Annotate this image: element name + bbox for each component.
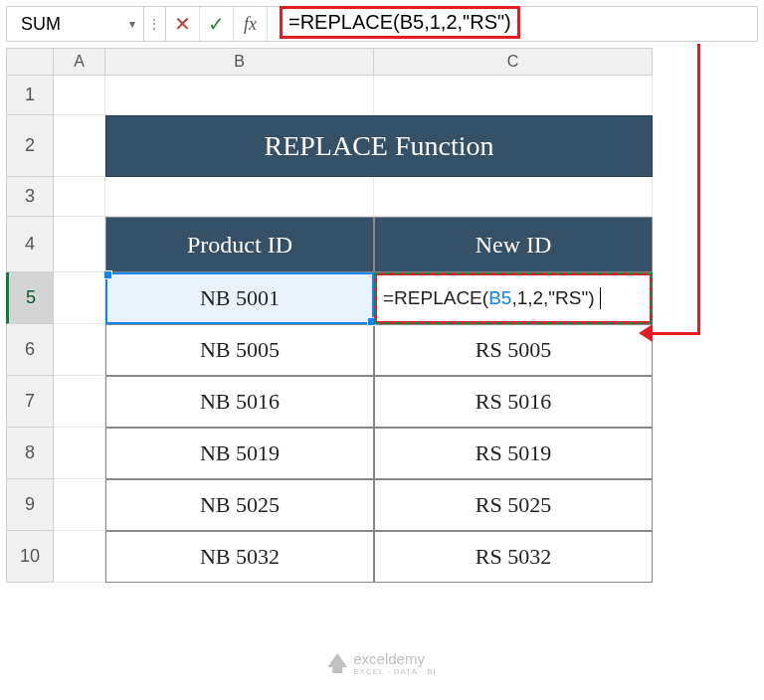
row-header-2[interactable]: 2 (6, 115, 54, 177)
row-header-8[interactable]: 8 (6, 428, 54, 479)
formula-ref: B5 (488, 287, 511, 309)
row-header-9[interactable]: 9 (6, 479, 54, 531)
col-header-b[interactable]: B (105, 48, 374, 76)
cell-c1[interactable] (374, 76, 653, 115)
cell-c10[interactable]: RS 5032 (374, 531, 653, 583)
row-header-10[interactable]: 10 (6, 531, 54, 583)
col-header-a[interactable]: A (54, 48, 105, 76)
watermark-logo-icon (327, 653, 347, 673)
enter-icon[interactable]: ✓ (200, 7, 234, 41)
row-header-5[interactable]: 5 (6, 272, 54, 324)
watermark-name: exceldemy (353, 650, 425, 667)
annotation-arrow (697, 44, 700, 332)
cell-a1[interactable] (54, 76, 105, 115)
formula-input[interactable]: =REPLACE(B5,1,2,"RS") (268, 8, 757, 41)
fx-icon[interactable]: fx (234, 7, 268, 41)
cell-c9[interactable]: RS 5025 (374, 479, 653, 531)
spreadsheet-grid: A B C 1 2 REPLACE Function 3 4 Product I… (6, 48, 758, 583)
formula-prefix: =REPLACE( (383, 287, 488, 309)
row-header-7[interactable]: 7 (6, 376, 54, 428)
row-header-6[interactable]: 6 (6, 324, 54, 376)
annotation-arrow (649, 332, 700, 335)
watermark-tagline: EXCEL · DATA · BI (353, 667, 437, 676)
cell-b5[interactable]: NB 5001 (105, 272, 374, 324)
formula-bar: SUM ▾ ⋮ ✕ ✓ fx =REPLACE(B5,1,2,"RS") (6, 6, 758, 42)
name-box[interactable]: SUM ▾ (7, 7, 144, 41)
cell-a8[interactable] (54, 428, 105, 479)
cell-c3[interactable] (374, 177, 653, 217)
cell-c5-editing[interactable]: =REPLACE(B5,1,2,"RS") (374, 272, 653, 324)
formula-text: =REPLACE(B5,1,2,"RS") (280, 6, 520, 39)
header-product-id[interactable]: Product ID (105, 217, 374, 272)
cell-a3[interactable] (54, 177, 105, 217)
cell-a7[interactable] (54, 376, 105, 428)
annotation-arrow-head (639, 324, 653, 342)
cell-a10[interactable] (54, 531, 105, 583)
cell-a4[interactable] (54, 217, 105, 272)
text-caret (595, 287, 601, 309)
cell-c7[interactable]: RS 5016 (374, 376, 653, 428)
row-header-1[interactable]: 1 (6, 76, 54, 115)
watermark: exceldemy EXCEL · DATA · BI (327, 650, 437, 676)
name-box-value: SUM (21, 14, 61, 35)
title-banner[interactable]: REPLACE Function (105, 115, 653, 177)
cell-b8[interactable]: NB 5019 (105, 428, 374, 479)
cell-b7[interactable]: NB 5016 (105, 376, 374, 428)
cell-b1[interactable] (105, 76, 374, 115)
row-header-3[interactable]: 3 (6, 177, 54, 217)
select-all-corner[interactable] (6, 48, 54, 76)
cell-b6[interactable]: NB 5005 (105, 324, 374, 376)
cell-c8[interactable]: RS 5019 (374, 428, 653, 479)
header-new-id[interactable]: New ID (374, 217, 653, 272)
cell-a5[interactable] (54, 272, 105, 324)
chevron-down-icon[interactable]: ▾ (129, 17, 135, 31)
col-header-c[interactable]: C (374, 48, 653, 76)
cell-b3[interactable] (105, 177, 374, 217)
cell-c6[interactable]: RS 5005 (374, 324, 653, 376)
cancel-icon[interactable]: ✕ (166, 7, 200, 41)
formula-suffix: ,1,2,"RS") (511, 287, 594, 309)
cell-a9[interactable] (54, 479, 105, 531)
cell-b10[interactable]: NB 5032 (105, 531, 374, 583)
row-header-4[interactable]: 4 (6, 217, 54, 272)
cell-a6[interactable] (54, 324, 105, 376)
cell-b9[interactable]: NB 5025 (105, 479, 374, 531)
formula-bar-separator: ⋮ (144, 7, 166, 41)
cell-a2[interactable] (54, 115, 105, 177)
